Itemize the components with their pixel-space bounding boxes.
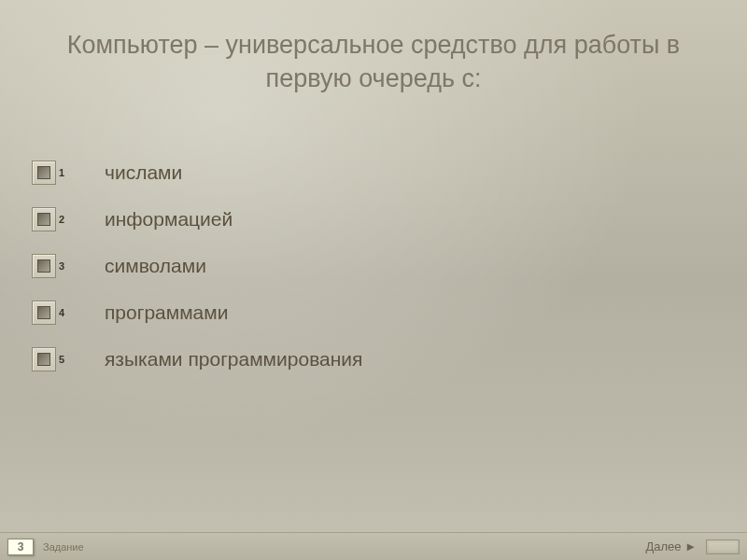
next-box-button[interactable] — [706, 539, 740, 554]
option-number: 4 — [59, 307, 68, 318]
option-number: 1 — [59, 167, 68, 178]
option-checkbox-3[interactable] — [32, 254, 56, 278]
option-checkbox-1[interactable] — [32, 161, 56, 185]
option-text: языками программирования — [105, 348, 362, 371]
page-number-badge: 3 — [7, 539, 34, 555]
option-text: информацией — [105, 208, 233, 231]
option-checkbox-2[interactable] — [32, 207, 56, 231]
option-text: символами — [105, 255, 206, 277]
options-list: 1 числами 2 информацией 3 символами 4 пр… — [32, 149, 362, 383]
question-title: Компьютер – универсальное средство для р… — [0, 28, 747, 96]
option-number: 3 — [59, 260, 68, 272]
option-row: 3 символами — [32, 243, 362, 289]
option-text: программами — [105, 301, 228, 324]
page-label: Задание — [43, 541, 84, 553]
quiz-slide: Компьютер – универсальное средство для р… — [0, 0, 747, 560]
option-number: 5 — [59, 354, 68, 365]
option-row: 2 информацией — [32, 196, 362, 243]
option-number: 2 — [59, 214, 68, 225]
next-button[interactable]: Далее ► — [645, 539, 697, 553]
option-row: 5 языками программирования — [32, 336, 362, 383]
option-checkbox-5[interactable] — [32, 347, 56, 371]
option-text: числами — [105, 161, 182, 184]
option-checkbox-4[interactable] — [32, 301, 56, 325]
option-row: 1 числами — [32, 149, 362, 196]
option-row: 4 программами — [32, 289, 362, 336]
footer-bar: 3 Задание Далее ► — [0, 532, 747, 560]
